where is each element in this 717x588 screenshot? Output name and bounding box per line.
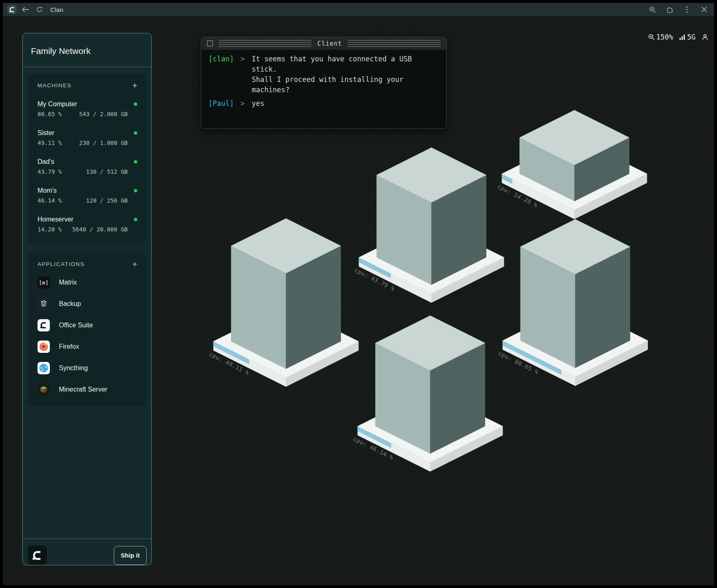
firefox-icon <box>37 341 50 353</box>
app-row-backup[interactable]: Backup <box>37 298 137 310</box>
zoom-in-icon[interactable] <box>647 5 657 14</box>
speaker-paul: [Paul] <box>209 98 234 109</box>
online-status-dot <box>134 189 137 192</box>
machine-cpu: 49.11 % <box>37 140 62 146</box>
desktop-background: cpu: 14.20 %cpu: 43.79 %cpu: 80.65 %cpu:… <box>3 16 714 585</box>
syncthing-icon <box>37 362 50 374</box>
machine-cpu: 14.20 % <box>37 226 62 233</box>
titlebar-lines-right <box>348 40 441 47</box>
sidebar-family-network: Family Network MACHINES + My Computer 80… <box>22 33 152 565</box>
machine-cpu: 43.79 % <box>37 168 62 175</box>
terminal-message: It seems that you have connected a USB s… <box>252 54 412 95</box>
applications-panel: APPLICATIONS + [m] Matrix Backup <box>28 253 146 406</box>
kebab-menu-icon[interactable] <box>682 5 692 14</box>
page-title: Clan <box>50 6 63 13</box>
machine-memory: 543 / 2.000 GB <box>79 111 128 117</box>
signal-bars-icon <box>680 34 686 40</box>
status-indicators: 150% 5G <box>648 33 708 41</box>
machine-row-sister[interactable]: Sister 49.11 % 230 / 1.000 GB <box>37 129 137 146</box>
machine-memory: 130 / 512 GB <box>86 168 128 175</box>
machine-row-moms[interactable]: Mom's 46.14 % 120 / 256 GB <box>37 187 137 204</box>
office-suite-icon <box>37 319 50 331</box>
extensions-icon[interactable] <box>665 5 675 14</box>
close-icon[interactable] <box>699 5 709 14</box>
matrix-icon: [m] <box>37 276 50 289</box>
client-terminal-window[interactable]: Client [clan] > It seems that you have c… <box>201 37 447 129</box>
machine-memory: 5640 / 20.000 GB <box>72 226 128 233</box>
clan-logo-icon <box>7 5 16 14</box>
app-row-minecraft-server[interactable]: Minecraft Server <box>37 383 137 396</box>
reload-icon[interactable] <box>35 5 45 14</box>
divider <box>23 67 151 67</box>
machine-cpu: 80.65 % <box>37 111 62 117</box>
terminal-entry-clan: [clan] > It seems that you have connecte… <box>209 54 440 95</box>
machine-memory: 230 / 1.000 GB <box>79 140 128 146</box>
app-row-matrix[interactable]: [m] Matrix <box>37 276 137 289</box>
machine-row-my-computer[interactable]: My Computer 80.65 % 543 / 2.000 GB <box>37 100 137 117</box>
machine-name: Sister <box>37 129 54 137</box>
terminal-message: yes <box>252 98 265 109</box>
applications-header: APPLICATIONS <box>37 261 84 267</box>
back-arrow-icon[interactable] <box>21 5 30 14</box>
add-application-button[interactable]: + <box>132 261 137 267</box>
magnifier-icon <box>648 34 655 40</box>
person-icon[interactable] <box>702 34 708 40</box>
online-status-dot <box>134 218 137 221</box>
machine-node[interactable]: cpu: 46.14 % <box>352 316 503 472</box>
machine-name: Mom's <box>37 187 57 194</box>
machine-node[interactable]: cpu: 14.20 % <box>497 110 647 219</box>
machines-header: MACHINES <box>37 82 71 89</box>
online-status-dot <box>134 131 137 135</box>
machine-row-dads[interactable]: Dad's 43.79 % 130 / 512 GB <box>37 158 137 175</box>
sidebar-title: Family Network <box>23 33 151 56</box>
zoom-level: 150% <box>648 33 673 41</box>
sidebar-footer: Ship it <box>23 539 151 565</box>
machine-node[interactable]: cpu: 80.65 % <box>497 219 648 386</box>
terminal-entry-paul: [Paul] > yes <box>209 98 440 109</box>
prompt-arrow: > <box>240 54 244 64</box>
machine-name: Homeserver <box>37 216 73 223</box>
backup-icon <box>37 298 50 310</box>
machine-node[interactable]: cpu: 43.79 % <box>354 148 504 303</box>
machine-name: Dad's <box>37 158 54 166</box>
online-status-dot <box>134 103 137 106</box>
prompt-arrow: > <box>240 98 244 109</box>
client-window-title: Client <box>317 40 342 47</box>
online-status-dot <box>134 160 137 163</box>
client-titlebar[interactable]: Client <box>201 37 446 50</box>
zoom-level-value: 150% <box>656 33 673 41</box>
machine-memory: 120 / 256 GB <box>86 197 128 204</box>
machine-name: My Computer <box>37 100 77 108</box>
browser-topbar: Clan <box>3 3 714 16</box>
speaker-clan: [clan] <box>209 54 234 64</box>
machine-row-homeserver[interactable]: Homeserver 14.20 % 5640 / 20.000 GB <box>37 216 137 233</box>
clan-logo-icon <box>28 546 47 565</box>
app-row-syncthing[interactable]: Syncthing <box>37 362 137 374</box>
terminal-body: [clan] > It seems that you have connecte… <box>201 50 446 109</box>
titlebar-lines-left <box>219 40 312 47</box>
network-value: 5G <box>687 33 696 41</box>
app-row-office-suite[interactable]: Office Suite <box>37 319 137 331</box>
add-machine-button[interactable]: + <box>132 83 137 89</box>
machines-panel: MACHINES + My Computer 80.65 % 543 / 2.0… <box>28 74 146 243</box>
window-square-icon[interactable] <box>207 40 213 47</box>
machine-cpu: 46.14 % <box>37 197 62 204</box>
ship-it-button[interactable]: Ship it <box>114 546 147 565</box>
minecraft-icon <box>37 383 50 396</box>
app-row-firefox[interactable]: Firefox <box>37 341 137 353</box>
network-status: 5G <box>680 33 696 41</box>
machine-node[interactable]: cpu: 49.11 % <box>208 219 358 387</box>
